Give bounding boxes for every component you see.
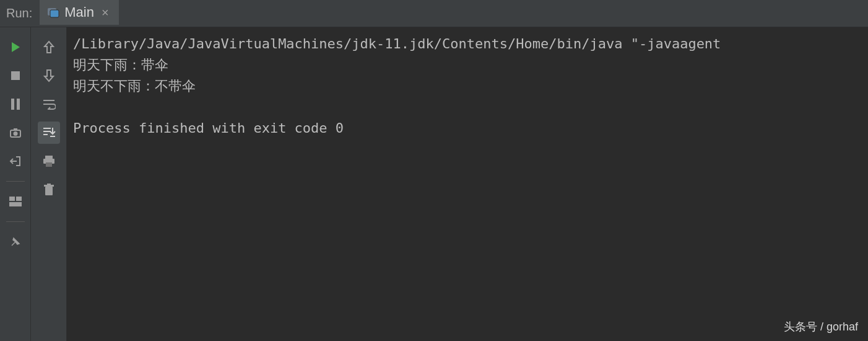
svg-point-6 [13, 131, 17, 136]
svg-rect-4 [17, 99, 20, 110]
console-line: 明天下雨：带伞 [73, 57, 168, 73]
svg-rect-9 [16, 197, 22, 201]
svg-rect-11 [45, 156, 53, 159]
up-button[interactable] [38, 36, 60, 58]
svg-rect-1 [50, 10, 59, 17]
svg-rect-16 [47, 184, 51, 185]
svg-rect-8 [9, 197, 15, 201]
run-tab-label: Main [64, 4, 94, 20]
clear-all-button[interactable] [38, 179, 60, 201]
console-line: Process finished with exit code 0 [73, 120, 344, 136]
run-header: Run: Main × [0, 0, 868, 27]
rerun-button[interactable] [4, 36, 27, 58]
svg-rect-2 [11, 71, 20, 80]
console-output[interactable]: /Library/Java/JavaVirtualMachines/jdk-11… [67, 27, 868, 341]
stop-button[interactable] [4, 64, 27, 87]
svg-rect-10 [9, 202, 22, 206]
run-toolbar-primary [0, 27, 31, 341]
print-button[interactable] [38, 150, 60, 172]
layout-button[interactable] [4, 190, 27, 213]
run-label: Run: [6, 6, 32, 20]
toolbar-divider [6, 181, 25, 182]
dump-threads-button[interactable] [4, 122, 27, 144]
run-toolbar-secondary [31, 27, 67, 341]
pause-button[interactable] [4, 93, 27, 115]
scroll-to-end-button[interactable] [38, 122, 60, 144]
application-icon [47, 6, 59, 19]
svg-rect-3 [11, 99, 14, 110]
svg-rect-14 [45, 187, 53, 195]
console-line: /Library/Java/JavaVirtualMachines/jdk-11… [73, 36, 721, 51]
console-line: 明天不下雨：不带伞 [73, 78, 196, 94]
watermark: 头条号 / gorhaf [784, 319, 858, 336]
pin-button[interactable] [4, 231, 27, 253]
run-tab-main[interactable]: Main × [40, 0, 118, 27]
exit-button[interactable] [4, 150, 27, 172]
svg-rect-7 [14, 128, 17, 130]
soft-wrap-button[interactable] [38, 93, 60, 115]
svg-rect-13 [46, 162, 52, 167]
toolbar-divider [6, 221, 25, 222]
close-tab-icon[interactable]: × [99, 6, 111, 20]
down-button[interactable] [38, 64, 60, 87]
